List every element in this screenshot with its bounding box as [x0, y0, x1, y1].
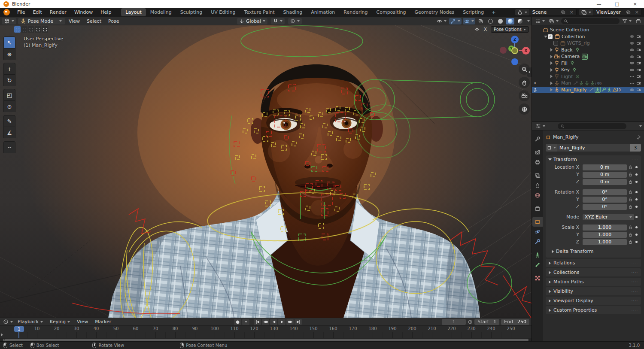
lock-icon[interactable]	[627, 165, 634, 170]
properties-tab[interactable]	[532, 217, 543, 227]
lock-icon[interactable]	[627, 190, 634, 194]
animate-dot[interactable]	[634, 226, 638, 228]
frame-end-field[interactable]: End250	[501, 319, 529, 325]
show-overlays-toggle[interactable]	[463, 18, 475, 24]
outliner-row[interactable]: Camera	[532, 53, 644, 60]
animate-dot[interactable]	[634, 191, 638, 193]
pan-hand-icon[interactable]	[519, 77, 530, 88]
outliner-row[interactable]: Back	[532, 47, 644, 54]
hide-viewport-toggle[interactable]	[629, 67, 635, 73]
animate-dot[interactable]	[634, 234, 638, 236]
properties-tab[interactable]	[532, 157, 543, 167]
properties-tab[interactable]	[532, 250, 543, 260]
shading-material-preview-button[interactable]	[506, 18, 514, 24]
workspace-tab[interactable]: Modeling	[146, 8, 176, 16]
view-layer-copy-button[interactable]	[624, 9, 632, 15]
workspace-tab[interactable]: Shading	[279, 8, 307, 16]
workspace-tab[interactable]: Rendering	[339, 8, 372, 16]
toolbar-tool-button[interactable]: +	[3, 63, 15, 74]
playback-button[interactable]: ◀	[270, 319, 277, 325]
playback-button[interactable]: |◀	[254, 319, 261, 325]
expand-arrow-icon[interactable]	[549, 61, 553, 65]
collapsed-section-header[interactable]: Custom Properties ····	[546, 306, 641, 314]
shading-rendered-button[interactable]	[516, 18, 524, 24]
delta-transform-header[interactable]: Delta Transform	[546, 245, 641, 255]
animate-dot[interactable]	[634, 206, 638, 208]
transform-value-field[interactable]: 0°	[583, 204, 627, 210]
proportional-editing-toggle[interactable]	[288, 18, 302, 24]
collection-checkbox[interactable]: ✓	[548, 34, 553, 39]
timeline-menu-item[interactable]: Marker	[91, 319, 115, 325]
select-mode-button[interactable]	[14, 26, 21, 33]
scene-unlink-button[interactable]: ×	[567, 9, 576, 15]
select-mode-button[interactable]	[28, 26, 34, 33]
expand-arrow-icon[interactable]	[549, 68, 553, 72]
close-button[interactable]: ×	[626, 0, 644, 8]
collection-checkbox[interactable]	[553, 41, 558, 46]
workspace-tab[interactable]: Compositing	[372, 8, 410, 16]
outliner-display-mode-dropdown[interactable]	[534, 18, 546, 24]
disable-render-toggle[interactable]	[636, 34, 641, 39]
timeline-expand-arrow[interactable]	[1, 333, 3, 337]
hide-viewport-toggle[interactable]	[629, 34, 635, 39]
properties-tab[interactable]	[532, 273, 543, 283]
transform-value-field[interactable]: 0°	[583, 197, 627, 203]
hide-viewport-toggle[interactable]	[629, 87, 635, 92]
editor-type-button[interactable]	[2, 18, 16, 24]
properties-tab[interactable]	[532, 237, 543, 246]
disable-render-toggle[interactable]	[636, 74, 641, 79]
gizmo-axis-z-neg[interactable]	[511, 58, 518, 65]
mode-selector[interactable]: Pose Mode	[18, 18, 65, 24]
workspace-tab[interactable]: Sculpting	[176, 8, 207, 16]
viewport-3d[interactable]: User Perspective (1) Man_Rigify ↖⊕+↻◰⊙✎∡…	[0, 25, 532, 318]
add-workspace-button[interactable]: +	[488, 9, 499, 16]
toolbar-tool-button[interactable]: ⌣	[3, 141, 15, 153]
playback-button[interactable]: ▶	[278, 319, 286, 325]
workspace-tab[interactable]: Scripting	[459, 8, 488, 16]
outliner-filter-type-dropdown[interactable]	[547, 18, 560, 24]
properties-editor-type-button[interactable]	[534, 123, 547, 129]
lock-icon[interactable]	[627, 204, 634, 209]
toolbar-tool-button[interactable]: ⊙	[3, 100, 15, 112]
playback-button[interactable]: ◀◆	[262, 319, 269, 325]
collapsed-section-header[interactable]: Collections ····	[546, 268, 641, 276]
menubar-item[interactable]: File	[13, 8, 29, 16]
toolbar-tool-button[interactable]: ✎	[3, 115, 15, 127]
expand-arrow-icon[interactable]	[549, 55, 553, 58]
outliner-row[interactable]: Fill	[532, 60, 644, 67]
transform-value-field[interactable]: 1.000	[583, 225, 627, 231]
viewport-menu-item[interactable]: Select	[83, 18, 105, 24]
expand-arrow-icon[interactable]	[549, 48, 553, 52]
shading-dropdown[interactable]	[527, 20, 530, 22]
playback-button[interactable]: ◆▶	[286, 319, 294, 325]
animate-dot[interactable]	[634, 241, 638, 243]
collapsed-section-header[interactable]: Motion Paths ····	[546, 278, 641, 286]
timeline-scrollbar[interactable]	[3, 339, 529, 341]
view-layer-remove-button[interactable]: ×	[632, 9, 641, 15]
animate-dot[interactable]	[634, 166, 638, 168]
gizmo-axis-x-neg[interactable]	[500, 47, 507, 54]
lock-icon[interactable]	[627, 225, 634, 230]
transform-value-field[interactable]: 0 m	[583, 172, 627, 178]
viewport-menu-item[interactable]: View	[65, 18, 83, 24]
transform-value-field[interactable]: XYZ Euler	[583, 214, 634, 220]
show-gizmo-toggle[interactable]	[449, 18, 462, 24]
navigation-gizmo[interactable]: Z X Y	[498, 34, 532, 67]
toolbar-tool-button[interactable]: ↻	[3, 74, 15, 86]
auto-keying-button[interactable]: ●	[234, 319, 241, 325]
timeline-editor-type-button[interactable]	[2, 319, 14, 325]
outliner-row[interactable]: Man_Rigify 10	[532, 87, 644, 94]
lock-icon[interactable]	[627, 172, 634, 177]
properties-tab[interactable]	[532, 134, 543, 144]
disable-render-toggle[interactable]	[636, 54, 641, 59]
transform-value-field[interactable]: 1.000	[583, 232, 627, 238]
sidebar-toggle[interactable]	[527, 67, 532, 77]
scene-copy-button[interactable]	[559, 9, 567, 15]
current-frame-field[interactable]: 1	[442, 319, 466, 325]
frame-start-field[interactable]: Start1	[474, 319, 499, 325]
animate-dot[interactable]	[634, 173, 638, 176]
properties-tab[interactable]	[532, 147, 543, 157]
snapping-toggle[interactable]	[271, 18, 285, 24]
lock-icon[interactable]	[627, 232, 634, 237]
lock-icon[interactable]	[627, 197, 634, 202]
